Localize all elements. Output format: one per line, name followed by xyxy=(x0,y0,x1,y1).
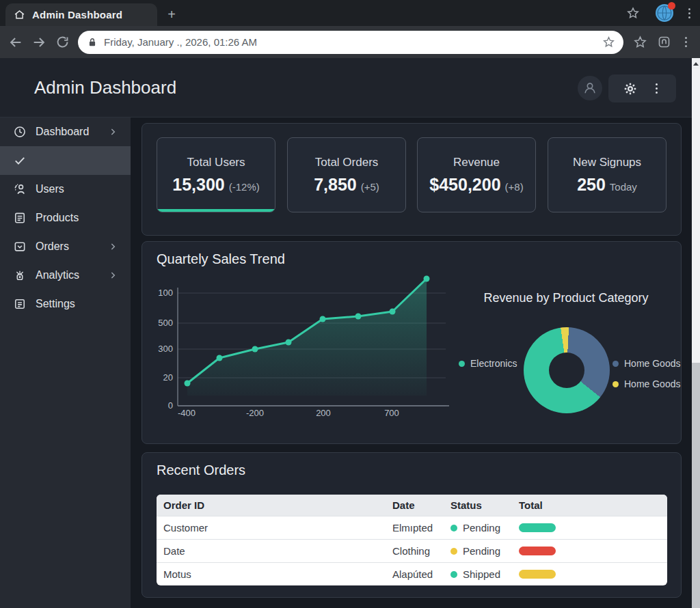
sales-trend-title: Quartely Sales Trend xyxy=(157,251,285,267)
sidebar-item-orders[interactable]: Orders xyxy=(0,232,131,261)
status-label: Pending xyxy=(463,522,500,534)
sidebar-item-label: Orders xyxy=(36,240,69,253)
page-scrollbar[interactable] xyxy=(692,58,700,608)
sidebar-item-products[interactable]: Products xyxy=(0,204,131,232)
side-panel-icon[interactable] xyxy=(657,35,671,49)
stat-label: Total Users xyxy=(187,156,245,169)
donut-hole xyxy=(549,353,584,388)
cell-order-id: Date xyxy=(163,545,392,557)
stat-card-new-signups[interactable]: New Signups250Today xyxy=(548,137,667,212)
back-icon[interactable] xyxy=(4,31,27,54)
table-row[interactable]: CustomerElmıptedPending xyxy=(157,516,667,539)
reload-icon[interactable] xyxy=(51,31,74,54)
status-dot xyxy=(450,571,457,578)
sidebar-nav: DashboardUsersProductsOrdersAnalyticsSet… xyxy=(0,118,131,608)
scrollbar-thumb[interactable] xyxy=(692,69,700,363)
stat-value: 250Today xyxy=(577,175,637,195)
analytics-icon xyxy=(13,268,27,282)
table-header-row: Order IDDateStatusTotal xyxy=(157,495,667,516)
legend-label: Home Goods xyxy=(624,378,680,389)
svg-text:500: 500 xyxy=(158,318,173,328)
forward-icon[interactable] xyxy=(27,31,51,54)
cell-date: Alapúted xyxy=(392,568,450,580)
orders-table: Order IDDateStatusTotalCustomerElmıptedP… xyxy=(157,495,667,585)
cell-status: Pending xyxy=(450,522,519,534)
status-label: Shipped xyxy=(463,568,500,580)
stat-card-revenue[interactable]: Revenue$450,200(+8) xyxy=(417,137,536,212)
toolbar-menu-icon[interactable] xyxy=(681,36,691,49)
sidebar-item-label: Settings xyxy=(36,298,75,310)
status-label: Pending xyxy=(463,545,500,557)
table-header-cell[interactable]: Date xyxy=(392,499,450,511)
sidebar-item-settings[interactable]: Settings xyxy=(0,290,131,318)
browser-menu-icon[interactable] xyxy=(684,7,695,20)
legend-electronics: Electronics xyxy=(459,358,517,369)
legend-home-goods-blue: Home Goods xyxy=(612,358,680,369)
browser-tab-active[interactable]: Admin Dashboard xyxy=(5,3,157,26)
legend-label: Electronics xyxy=(470,358,517,369)
stat-card-total-orders[interactable]: Total Orders7,850(+5) xyxy=(287,137,406,212)
user-avatar[interactable] xyxy=(578,76,602,100)
stat-label: Revenue xyxy=(453,156,500,169)
header-menu-icon[interactable] xyxy=(651,82,662,95)
sales-trend-card: Quartely Sales Trend 100500300200-400-20… xyxy=(142,241,682,444)
stats-panel: Total Users15,300(-12%)Total Orders7,850… xyxy=(142,123,682,236)
inbox-icon xyxy=(13,240,27,253)
stat-delta: (+5) xyxy=(361,181,379,193)
main-content: Total Users15,300(-12%)Total Orders7,850… xyxy=(142,118,682,608)
legend-dot xyxy=(612,381,619,387)
header-actions xyxy=(608,74,676,102)
home-icon xyxy=(14,9,25,20)
total-pill xyxy=(519,547,556,555)
stat-card-total-users[interactable]: Total Users15,300(-12%) xyxy=(157,137,275,212)
bookmark-this-tab-icon[interactable] xyxy=(602,36,615,49)
table-header-cell[interactable]: Order ID xyxy=(163,499,392,511)
cell-total xyxy=(519,547,667,555)
stat-delta: Today xyxy=(610,181,637,193)
chevron-right-icon xyxy=(107,241,118,252)
notification-badge xyxy=(668,2,675,10)
table-header-cell[interactable]: Status xyxy=(450,499,519,511)
user-add-icon xyxy=(13,182,27,196)
bookmark-star-icon[interactable] xyxy=(621,1,645,25)
toolbar-star-icon[interactable] xyxy=(633,35,647,49)
cell-status: Pending xyxy=(450,545,519,557)
category-chart-title: Revenue by Product Category xyxy=(450,291,682,305)
recent-orders-title: Recent Orders xyxy=(157,462,245,478)
legend-home-goods-yellow: Home Goods xyxy=(612,378,680,389)
stat-value: $450,200(+8) xyxy=(429,175,523,195)
sidebar-item-users[interactable]: Users xyxy=(0,175,131,204)
clock-icon xyxy=(13,125,27,139)
sidebar-item-selected[interactable] xyxy=(0,146,131,175)
table-header-cell[interactable]: Total xyxy=(519,499,667,511)
document-icon xyxy=(13,211,27,225)
legend-label: Home Goods xyxy=(624,358,680,369)
stat-value: 15,300(-12%) xyxy=(172,175,259,195)
address-bar[interactable]: Friday, January ., 2026, 01:26 AM xyxy=(78,31,623,54)
sales-line-chart: 100500300200-400-200200700 xyxy=(150,274,458,424)
sidebar-item-label: Analytics xyxy=(36,269,79,281)
browser-profile-avatar[interactable] xyxy=(656,4,673,22)
cell-order-id: Customer xyxy=(163,522,392,534)
svg-text:700: 700 xyxy=(384,408,399,418)
table-row[interactable]: DateClothingPending xyxy=(157,539,667,562)
dashboard-app: Admin Dashboard DashboardUsersProductsOr… xyxy=(0,58,692,608)
category-donut-chart xyxy=(524,327,610,413)
recent-orders-card: Recent Orders Order IDDateStatusTotalCus… xyxy=(142,452,682,598)
sidebar-item-label: Users xyxy=(36,183,64,195)
table-row[interactable]: MotusAlapútedShipped xyxy=(157,562,667,585)
gear-icon[interactable] xyxy=(623,81,638,96)
sidebar-item-analytics[interactable]: Analytics xyxy=(0,261,131,290)
cell-status: Shipped xyxy=(450,568,519,580)
svg-text:0: 0 xyxy=(168,400,173,411)
sidebar-item-label: Dashboard xyxy=(36,126,89,138)
new-tab-button[interactable]: + xyxy=(163,5,180,23)
cell-order-id: Motus xyxy=(163,568,392,580)
svg-text:200: 200 xyxy=(316,408,331,418)
lock-icon xyxy=(88,37,97,48)
scrollbar-up-arrow[interactable] xyxy=(692,58,700,69)
sidebar-item-dashboard[interactable]: Dashboard xyxy=(0,118,131,146)
browser-toolbar: Friday, January ., 2026, 01:26 AM xyxy=(0,26,700,58)
legend-dot xyxy=(459,361,465,367)
legend-dot xyxy=(612,361,619,367)
